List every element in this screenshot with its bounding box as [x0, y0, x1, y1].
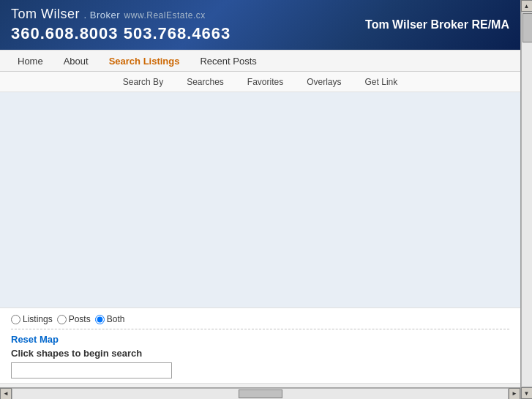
- radio-input-posts[interactable]: [57, 315, 67, 324]
- scroll-left-button[interactable]: ◄: [0, 388, 12, 400]
- nav-recent-posts[interactable]: Recent Posts: [190, 50, 266, 72]
- radio-input-listings[interactable]: [11, 315, 20, 324]
- radio-group: Listings Posts Both: [11, 314, 509, 324]
- subnav-favorites[interactable]: Favorites: [236, 72, 295, 92]
- subnav-overlays[interactable]: Overlays: [295, 72, 353, 92]
- subnav-searches[interactable]: Searches: [175, 72, 236, 92]
- scroll-up-button[interactable]: ▲: [521, 0, 533, 12]
- radio-listings[interactable]: Listings: [11, 314, 53, 324]
- scrollbar-bottom: ◄ ►: [0, 387, 520, 399]
- reset-map-link[interactable]: Reset Map: [11, 334, 509, 345]
- search-input[interactable]: [11, 362, 172, 379]
- scrollbar-right: ▲ ▼: [520, 0, 532, 399]
- navbar: Home About Search Listings Recent Posts: [0, 50, 520, 72]
- scroll-track-bottom[interactable]: [12, 388, 509, 400]
- bottom-controls: Listings Posts Both Reset Map Click shap…: [0, 308, 520, 384]
- brand-name: Tom Wilser Broker RE/MA: [365, 18, 509, 31]
- radio-input-both[interactable]: [95, 315, 105, 324]
- nav-home[interactable]: Home: [7, 50, 53, 72]
- phone-number: 360.608.8003 503.768.4663: [11, 24, 231, 43]
- name-text: Tom Wilser: [11, 7, 80, 21]
- radio-posts-label: Posts: [69, 314, 91, 324]
- scroll-thumb-bottom[interactable]: [239, 389, 282, 398]
- radio-posts[interactable]: Posts: [57, 314, 91, 324]
- subnav: Search By Searches Favorites Overlays Ge…: [0, 72, 520, 92]
- scroll-thumb-right[interactable]: [522, 13, 533, 42]
- scroll-down-button[interactable]: ▼: [521, 387, 533, 399]
- divider: [11, 329, 509, 329]
- subnav-get-link[interactable]: Get Link: [353, 72, 410, 92]
- nav-about[interactable]: About: [53, 50, 99, 72]
- broker-label: .: [84, 10, 90, 20]
- click-shapes-text: Click shapes to begin search: [11, 348, 509, 359]
- site-header: Tom Wilser . Broker www.RealEstate.cx 36…: [0, 0, 520, 50]
- header-left: Tom Wilser . Broker www.RealEstate.cx 36…: [11, 7, 231, 43]
- broker-title: Broker: [90, 10, 120, 20]
- radio-both[interactable]: Both: [95, 314, 125, 324]
- scroll-right-button[interactable]: ►: [509, 388, 520, 400]
- radio-both-label: Both: [107, 314, 125, 324]
- map-area[interactable]: [0, 92, 520, 308]
- subnav-search-by[interactable]: Search By: [111, 72, 175, 92]
- broker-name: Tom Wilser . Broker www.RealEstate.cx: [11, 7, 231, 22]
- main-content: Tom Wilser . Broker www.RealEstate.cx 36…: [0, 0, 520, 387]
- scroll-track-right[interactable]: [521, 12, 533, 387]
- nav-search-listings[interactable]: Search Listings: [99, 50, 190, 72]
- radio-listings-label: Listings: [23, 314, 53, 324]
- map-canvas[interactable]: [0, 92, 520, 307]
- website: www.RealEstate.cx: [124, 10, 206, 20]
